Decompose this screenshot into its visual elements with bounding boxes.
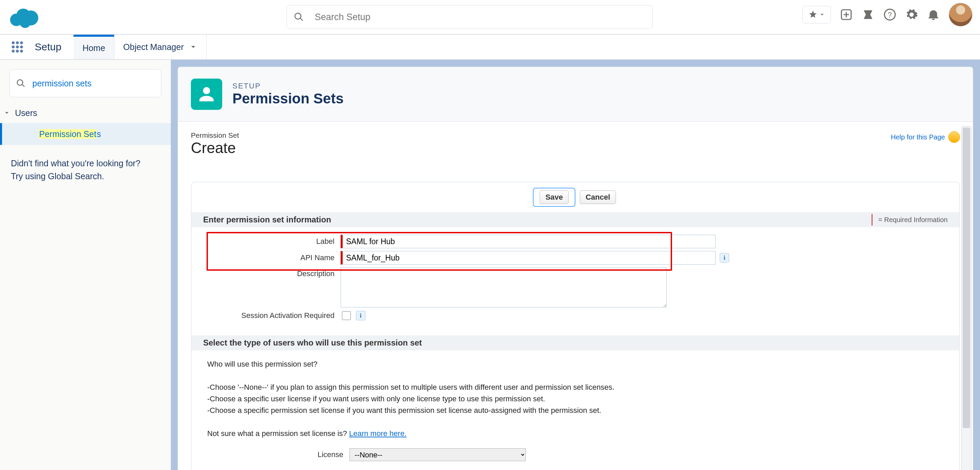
user-avatar[interactable]: [949, 3, 972, 27]
search-icon: [16, 79, 25, 88]
tab-object-manager[interactable]: Object Manager: [115, 35, 207, 59]
salesforce-cloud-logo: [9, 5, 40, 29]
sidebar-quickfind-input[interactable]: [32, 78, 155, 89]
tree-node-users-label: Users: [15, 108, 37, 118]
scrollbar[interactable]: [961, 126, 972, 470]
page-title: Permission Sets: [232, 91, 344, 107]
label-label: Label: [198, 237, 340, 246]
help-icon[interactable]: ?: [883, 8, 896, 21]
bullet-1: -Choose '--None--' if you plan to assign…: [207, 383, 943, 392]
plus-icon[interactable]: [840, 8, 853, 21]
svg-point-12: [20, 46, 23, 49]
section-header-user-type: Select the type of users who will use th…: [192, 335, 959, 350]
search-icon: [294, 12, 304, 22]
chevron-down-icon: [189, 43, 197, 51]
global-search[interactable]: [286, 5, 653, 29]
user-type-body: Who will use this permission set? -Choos…: [192, 350, 959, 470]
favorites-dropdown[interactable]: [802, 6, 831, 24]
api-name-label: API Name: [198, 253, 340, 262]
breadcrumb: SETUP: [232, 82, 344, 91]
cancel-button[interactable]: Cancel: [580, 191, 616, 204]
license-select[interactable]: --None--: [350, 448, 526, 461]
setup-sidebar: Users Permission Sets Didn't find what y…: [0, 60, 171, 470]
api-name-input[interactable]: [340, 251, 716, 265]
subheader-big: Create: [191, 140, 239, 156]
global-header-icons: ?: [802, 3, 972, 27]
svg-point-10: [11, 46, 14, 49]
chevron-down-icon: [3, 110, 10, 116]
svg-point-8: [16, 41, 19, 44]
tree-node-permission-sets[interactable]: Permission Sets: [0, 123, 171, 145]
field-region: Label API Name i Description: [192, 227, 959, 335]
section-header-info: Enter permission set information │= Requ…: [192, 212, 959, 227]
api-name-info-icon[interactable]: i: [720, 253, 729, 262]
svg-text:?: ?: [888, 11, 892, 19]
description-input[interactable]: [340, 267, 667, 307]
svg-point-7: [11, 41, 14, 44]
svg-point-13: [11, 50, 14, 53]
tab-home-label: Home: [82, 43, 105, 53]
save-button[interactable]: Save: [540, 191, 569, 204]
user-badge-icon: [197, 85, 216, 104]
gear-icon[interactable]: [905, 8, 918, 21]
app-launcher-icon[interactable]: [10, 40, 24, 54]
svg-point-11: [16, 46, 19, 49]
switcher-icon[interactable]: [862, 8, 875, 21]
svg-point-14: [16, 50, 19, 53]
page-header: SETUP Permission Sets: [178, 67, 973, 122]
star-icon: [808, 10, 818, 19]
learn-more-link[interactable]: Learn more here.: [349, 429, 407, 438]
permission-sets-icon: [191, 79, 222, 110]
label-input[interactable]: [340, 235, 716, 248]
sidebar-quickfind[interactable]: [10, 69, 161, 97]
bell-icon[interactable]: [927, 8, 940, 21]
chevron-down-icon: [819, 11, 825, 18]
svg-point-3: [19, 17, 30, 28]
tree-node-permission-sets-label: Permission Sets: [39, 129, 101, 139]
description-label: Description: [198, 267, 340, 278]
tab-object-manager-label: Object Manager: [123, 42, 184, 52]
session-activation-checkbox[interactable]: [342, 311, 351, 320]
session-activation-info-icon[interactable]: i: [356, 311, 366, 320]
session-activation-label: Session Activation Required: [198, 311, 340, 320]
svg-point-9: [20, 41, 23, 44]
bullet-2: -Choose a specific user license if you w…: [207, 394, 943, 403]
main-area: SETUP Permission Sets Permission Set Cre…: [171, 60, 980, 470]
form-wrap: Save Cancel Enter permission set informa…: [191, 182, 960, 470]
button-bar: Save Cancel: [192, 182, 959, 212]
tab-home[interactable]: Home: [73, 35, 115, 59]
global-search-input[interactable]: [314, 11, 646, 23]
help-icon: [948, 131, 960, 143]
who-will-use: Who will use this permission set?: [207, 360, 943, 368]
sidebar-footer-note: Didn't find what you're looking for? Try…: [0, 145, 171, 195]
subheader-small: Permission Set: [191, 131, 239, 140]
not-sure-line: Not sure what a permission set license i…: [207, 429, 943, 438]
tree-node-users[interactable]: Users: [0, 103, 171, 123]
bullet-3: -Choose a specific permission set licens…: [207, 406, 943, 415]
nav-row: Setup Home Object Manager: [0, 35, 980, 60]
license-label: License: [207, 450, 350, 459]
global-header: ?: [0, 0, 980, 35]
help-link[interactable]: Help for this Page: [891, 131, 960, 143]
svg-point-15: [20, 50, 23, 53]
content-panel: Permission Set Create Help for this Page…: [178, 122, 973, 470]
setup-app-label: Setup: [35, 35, 73, 59]
